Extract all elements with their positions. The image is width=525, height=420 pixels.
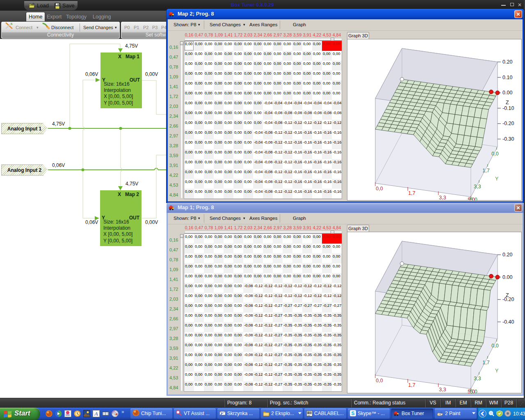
svg-text:Y: Y [495, 368, 499, 374]
svg-text:0.20: 0.20 [502, 59, 512, 65]
svg-text:3,3: 3,3 [439, 195, 446, 201]
svg-text:-0.10: -0.10 [502, 105, 514, 111]
svg-text:Z: Z [506, 100, 509, 105]
svg-text:0.00: 0.00 [502, 90, 512, 96]
svg-text:0.00: 0.00 [502, 274, 512, 280]
svg-text:1,7: 1,7 [408, 382, 415, 388]
svg-text:3,3: 3,3 [474, 184, 481, 189]
svg-text:1,7: 1,7 [482, 360, 489, 365]
svg-text:3,3: 3,3 [474, 376, 481, 381]
svg-text:A: A [94, 411, 98, 417]
svg-text:0.20: 0.20 [502, 252, 512, 258]
svg-text:0.10: 0.10 [502, 75, 512, 80]
svg-text:0,0: 0,0 [376, 378, 383, 383]
svg-text:0,0: 0,0 [376, 186, 383, 192]
svg-text:3,3: 3,3 [439, 387, 446, 393]
svg-text:R: R [116, 413, 118, 416]
svg-text:0,0: 0,0 [491, 343, 498, 349]
svg-text:-0.40: -0.40 [502, 319, 514, 325]
svg-text:Y: Y [495, 176, 499, 182]
svg-text:-0.30: -0.30 [502, 136, 514, 142]
svg-text:Z: Z [506, 292, 509, 298]
svg-text:5,0: 5,0 [470, 197, 477, 201]
svg-text:-0.20: -0.20 [502, 121, 514, 126]
svg-text:1,7: 1,7 [408, 190, 415, 196]
svg-text:S: S [351, 411, 354, 416]
svg-text:5,0: 5,0 [470, 389, 477, 394]
svg-text:0,0: 0,0 [491, 151, 498, 157]
svg-text:cab: cab [307, 414, 310, 416]
svg-text:1,7: 1,7 [482, 168, 489, 173]
